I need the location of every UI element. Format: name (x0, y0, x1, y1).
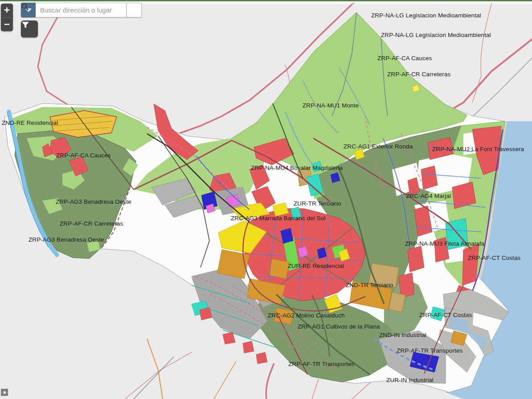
zone-label: ZRP-AF-CA Cauces (377, 55, 432, 62)
search-input[interactable] (36, 3, 127, 17)
pan-control[interactable]: ‹ › ˆ ˇ (1, 389, 8, 396)
search-button[interactable] (127, 3, 142, 17)
magnifier-icon (21, 3, 29, 11)
zone-label: ZRP-AF-CA Cauces (56, 152, 110, 159)
zone-label: ZRP-NA-MU2 La Font Travessera (432, 146, 524, 152)
zoom-control: + − (1, 4, 13, 31)
zoom-out-button[interactable]: − (1, 18, 13, 32)
zone-label: ZRC-AG3 Marrada Barranc del Sol (231, 215, 325, 222)
zone-label: ZND-TR Terciario (346, 282, 393, 288)
zone-label: ZND-IN Industrial (379, 332, 426, 338)
zoom-in-button[interactable]: + (1, 4, 13, 17)
zone-label: ZUR-IN Industrial (386, 377, 434, 383)
zone-label: ZRC-AG1 Exterior Ronda (344, 143, 413, 150)
zone-label: ZRP-AG3 Benadresa Oeste (29, 236, 104, 243)
zone-label: ZUR-TR Terciario (294, 200, 341, 207)
funnel-icon (21, 21, 30, 29)
zone-label: ZND-RE Residencial (2, 119, 58, 126)
zone-label: ZRP-AF-CR Carreteras (387, 71, 450, 78)
map-viewport[interactable]: ZRP-NA-LG Legislacion MedioambientalZRP-… (0, 0, 532, 399)
zone-label: ZRC-AG4 Marjal (406, 193, 451, 199)
zone-label: ZRP-AG3 Benadresa Oeste (56, 198, 131, 205)
zone-label: ZUR-RE Residencial (288, 263, 344, 269)
zone-label: ZRP-NA-MU3 Fileta Almalafa (405, 240, 484, 247)
zone-label: ZRP-AF-TR Transportes (288, 361, 354, 367)
zone-label: ZRP-AG1 Cultivos de la Plana (298, 323, 380, 330)
zone-label: ZRP-AF-TR Transportes (397, 347, 462, 354)
zone-label: ZRP-NA-MU4 Bovalar Magdalena (251, 165, 343, 171)
top-border-bar (0, 0, 532, 1)
filter-button[interactable] (21, 21, 38, 37)
zone-label: ZRP-AF-CT Costas (468, 255, 520, 261)
zone-label: ZRP-AF-CT Costas (419, 312, 472, 318)
zone-label: ZRC-AG2 Molino Casalduch (268, 312, 345, 319)
zone-label: ZRP-NA-MU1 Monte (303, 102, 359, 109)
search-bar (21, 3, 142, 17)
zone-label: ZRP-NA-LG Legislacion Medioambiental (371, 12, 481, 19)
zone-label: ZRP-AF-CR Carreteras (60, 220, 123, 227)
zone-label: ZRP-NA-LG Legislacion Medioambiental (381, 32, 491, 38)
